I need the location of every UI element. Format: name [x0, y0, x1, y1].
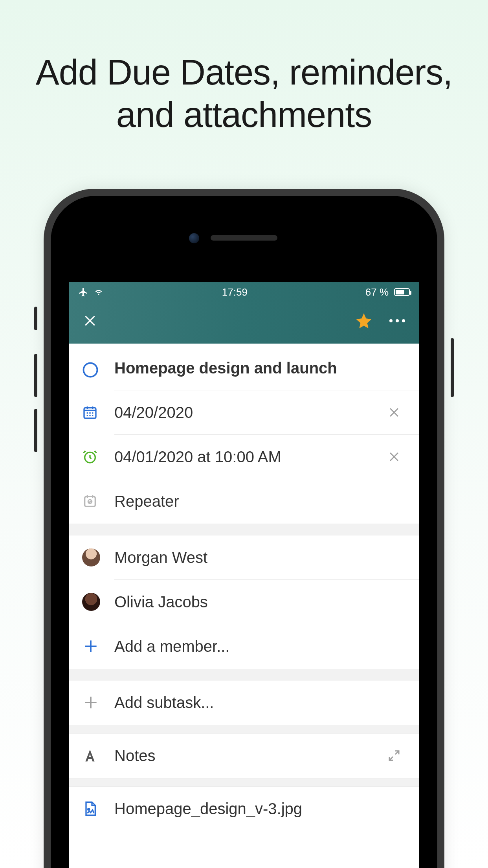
battery-percent-label: 67 % [365, 286, 389, 298]
attachment-filename: Homepage_design_v-3.jpg [114, 800, 406, 818]
alarm-clock-icon [82, 449, 98, 465]
add-subtask-button[interactable]: Add subtask... [69, 680, 419, 725]
close-button[interactable] [82, 313, 98, 329]
attachment-row[interactable]: Homepage_design_v-3.jpg [69, 787, 419, 831]
avatar [82, 548, 100, 566]
status-time: 17:59 [222, 286, 248, 298]
repeat-icon [82, 493, 98, 509]
airplane-mode-icon [78, 287, 88, 297]
member-row[interactable]: Morgan West [69, 535, 419, 579]
task-checkbox[interactable] [82, 362, 99, 378]
svg-point-7 [88, 809, 90, 810]
reminder-value: 04/01/2020 at 10:00 AM [114, 448, 382, 466]
member-row[interactable]: Olivia Jacobs [69, 580, 419, 624]
member-name: Olivia Jacobs [114, 593, 406, 611]
app-screen: 17:59 67 % [69, 282, 419, 868]
task-title: Homepage design and launch [114, 359, 406, 377]
reminder-row[interactable]: 04/01/2020 at 10:00 AM [69, 435, 419, 479]
calendar-icon [82, 405, 98, 420]
repeater-row[interactable]: Repeater [69, 479, 419, 523]
wifi-icon [93, 288, 104, 296]
due-date-row[interactable]: 04/20/2020 [69, 390, 419, 434]
repeater-placeholder: Repeater [114, 493, 406, 510]
add-subtask-label: Add subtask... [114, 694, 406, 712]
svg-point-0 [389, 319, 393, 322]
text-style-icon [82, 748, 98, 763]
add-member-button[interactable]: Add a member... [69, 624, 419, 668]
task-title-row[interactable]: Homepage design and launch [69, 344, 419, 390]
member-name: Morgan West [114, 549, 406, 566]
svg-point-3 [84, 363, 97, 377]
nav-bar [69, 302, 419, 344]
promo-line-2: and attachments [0, 94, 488, 136]
image-file-icon [82, 801, 98, 817]
svg-rect-6 [85, 497, 95, 506]
phone-frame: 17:59 67 % [44, 189, 444, 868]
more-button[interactable] [389, 318, 406, 323]
status-bar: 17:59 67 % [69, 282, 419, 302]
avatar [82, 593, 100, 611]
expand-icon[interactable] [387, 748, 401, 763]
svg-point-2 [402, 319, 405, 322]
clear-due-date-button[interactable] [387, 406, 401, 419]
promo-line-1: Add Due Dates, reminders, [0, 51, 488, 94]
star-button[interactable] [355, 312, 373, 330]
clear-reminder-button[interactable] [387, 450, 401, 463]
due-date-value: 04/20/2020 [114, 404, 382, 421]
svg-point-1 [396, 319, 399, 322]
add-member-label: Add a member... [114, 638, 406, 655]
plus-icon [82, 638, 99, 655]
plus-icon [82, 694, 99, 711]
notes-row[interactable]: Notes [69, 734, 419, 778]
notes-label: Notes [114, 747, 382, 765]
battery-icon [394, 288, 410, 296]
promo-headline: Add Due Dates, reminders, and attachment… [0, 0, 488, 136]
